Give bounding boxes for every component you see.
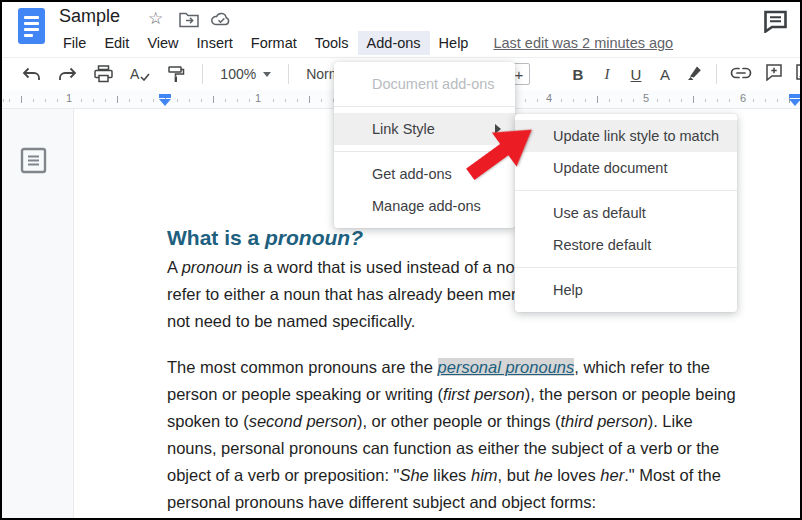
text-run: , but: [498, 466, 535, 484]
text-line: personal pronouns have different subject…: [167, 489, 736, 516]
text-run: him: [471, 466, 498, 484]
insert-image-icon[interactable]: [796, 64, 802, 84]
paint-format-icon[interactable]: [167, 65, 185, 83]
text-run: , which refer to the: [574, 358, 710, 376]
text-line: spoken to (second person), or other peop…: [167, 408, 736, 435]
toolbar-divider: [288, 64, 289, 84]
menu-tools[interactable]: Tools: [306, 31, 358, 55]
text-run: ), the person or people being: [525, 385, 736, 403]
text-run: first person: [443, 385, 525, 403]
text-color-button[interactable]: A: [657, 66, 673, 83]
link-style-submenu: Update link style to match Update docume…: [515, 114, 737, 312]
ruler-number: 1: [252, 92, 264, 104]
paragraph-2: The most common pronouns are the persona…: [167, 354, 736, 516]
menu-divider: [515, 267, 737, 268]
text-run: She: [399, 466, 428, 484]
text-run: loves: [553, 466, 601, 484]
document-heading: What is a pronoun?: [167, 226, 363, 250]
left-indent-marker[interactable]: [159, 94, 171, 106]
google-docs-logo-icon[interactable]: [18, 8, 45, 44]
undo-icon[interactable]: [22, 67, 41, 82]
cloud-saved-icon[interactable]: [210, 11, 232, 32]
underline-button[interactable]: U: [628, 66, 644, 83]
text-line: person or people speaking or writing (fi…: [167, 381, 736, 408]
toolbar-divider: [202, 64, 203, 84]
google-docs-window: Sample ☆ File Edit View Insert Format To…: [0, 0, 802, 520]
text-run: ), or other people or things (: [357, 412, 561, 430]
text-run: The most common pronouns are the: [167, 358, 438, 376]
open-comments-icon[interactable]: [763, 10, 788, 37]
highlight-color-icon[interactable]: [686, 64, 703, 85]
text-run: second person: [249, 412, 357, 430]
move-to-folder-icon[interactable]: [179, 11, 199, 32]
text-run: spoken to (: [167, 412, 249, 430]
menu-bar: File Edit View Insert Format Tools Add-o…: [54, 30, 673, 56]
text-run: A: [167, 258, 182, 276]
menu-insert[interactable]: Insert: [188, 31, 242, 55]
chevron-down-icon: [263, 72, 271, 77]
text-run: What is a: [167, 226, 265, 249]
menu-item-document-add-ons: Document add-ons: [334, 68, 515, 100]
print-icon[interactable]: [94, 65, 113, 83]
text-line: object of a verb or preposition: "She li…: [167, 462, 736, 489]
ruler-number: 4: [543, 92, 555, 104]
text-run: person or people speaking or writing (: [167, 385, 443, 403]
document-outline-icon[interactable]: [20, 147, 47, 178]
text-run: pronoun: [182, 258, 243, 276]
ruler-number: 5: [640, 92, 652, 104]
text-run: not need to be named specifically.: [167, 312, 415, 330]
star-icon[interactable]: ☆: [148, 8, 163, 29]
ruler-number: 1: [63, 92, 75, 104]
menu-help[interactable]: Help: [430, 31, 478, 55]
personal-pronouns-link[interactable]: personal pronouns: [438, 358, 575, 376]
add-comment-icon[interactable]: [765, 63, 783, 85]
menu-item-restore-default[interactable]: Restore default: [515, 229, 737, 261]
text-run: her: [600, 466, 624, 484]
text-line: not need to be named specifically.: [167, 308, 730, 335]
spelling-check-icon[interactable]: A: [130, 66, 150, 82]
menu-add-ons[interactable]: Add-ons: [358, 31, 430, 55]
document-title[interactable]: Sample: [59, 6, 120, 27]
text-run: ." Most of the: [624, 466, 721, 484]
ruler-number: 6: [737, 92, 749, 104]
text-run: likes: [429, 466, 471, 484]
insert-link-icon[interactable]: [730, 65, 752, 83]
menu-file[interactable]: File: [54, 31, 95, 55]
text-run: he: [534, 466, 552, 484]
text-run: object of a verb or preposition: ": [167, 466, 399, 484]
bold-button[interactable]: B: [570, 66, 586, 83]
menu-divider: [334, 106, 515, 107]
menu-format[interactable]: Format: [242, 31, 306, 55]
text-run: personal pronouns have different subject…: [167, 493, 596, 511]
text-line: nouns, personal pronouns can function as…: [167, 435, 736, 462]
menu-item-help[interactable]: Help: [515, 274, 737, 306]
text-line: The most common pronouns are the persona…: [167, 354, 736, 381]
menu-divider: [515, 190, 737, 191]
title-bar: Sample ☆ File Edit View Insert Format To…: [2, 2, 800, 56]
last-edit-link[interactable]: Last edit was 2 minutes ago: [493, 35, 673, 51]
text-run: pronoun?: [265, 226, 363, 249]
menu-item-update-link-style-to-match[interactable]: Update link style to match: [515, 120, 737, 152]
redo-icon[interactable]: [58, 67, 77, 82]
menu-edit[interactable]: Edit: [95, 31, 138, 55]
right-indent-marker[interactable]: [789, 94, 801, 106]
text-run: third person: [561, 412, 648, 430]
menu-view[interactable]: View: [138, 31, 187, 55]
zoom-select[interactable]: 100%: [220, 66, 271, 82]
menu-item-use-as-default[interactable]: Use as default: [515, 197, 737, 229]
text-run: nouns, personal pronouns can function as…: [167, 439, 719, 457]
italic-button[interactable]: I: [599, 66, 615, 83]
text-run: ). Like: [648, 412, 693, 430]
menu-item-update-document[interactable]: Update document: [515, 152, 737, 184]
toolbar-divider: [716, 64, 717, 84]
